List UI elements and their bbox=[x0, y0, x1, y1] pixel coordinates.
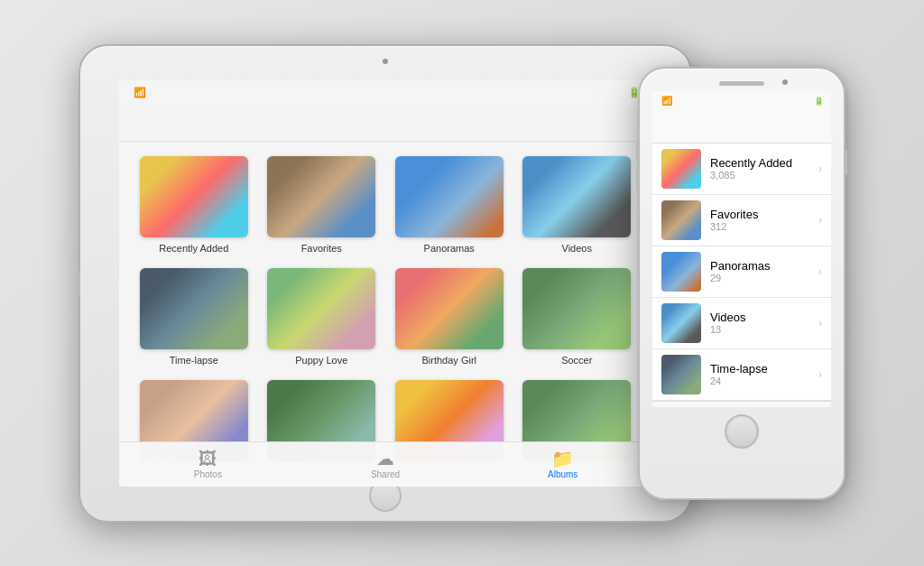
ipad-album-thumb-timelapse bbox=[140, 268, 248, 349]
ipad-body: 📶 🔋 Recently Added Favorites Panoramas V… bbox=[79, 44, 692, 523]
ipad-album-item-videos[interactable]: Videos bbox=[513, 156, 642, 268]
iphone-chevron-recently-added: › bbox=[818, 162, 822, 175]
iphone-album-list: Recently Added 3,085 › Favorites 312 › P… bbox=[652, 144, 831, 401]
ipad-status-bar: 📶 🔋 bbox=[119, 80, 651, 106]
ipad-album-label-videos: Videos bbox=[562, 243, 592, 254]
ipad-album-item-birthday[interactable]: Birthday Girl bbox=[385, 268, 513, 380]
ipad-album-thumb-puppylove bbox=[267, 268, 375, 349]
iphone-album-name-videos: Videos bbox=[710, 311, 818, 324]
ipad-album-thumb-panoramas bbox=[395, 156, 504, 237]
iphone-album-name-favorites: Favorites bbox=[710, 208, 818, 221]
iphone-wifi-icon: 📶 bbox=[661, 96, 672, 106]
ipad-album-item-recently-added[interactable]: Recently Added bbox=[130, 156, 258, 268]
ipad-tab-icon-photos: 🖼 bbox=[199, 450, 217, 468]
ipad-album-thumb-videos bbox=[522, 156, 631, 237]
iphone-album-row-favorites[interactable]: Favorites 312 › bbox=[652, 195, 831, 246]
ipad-tab-icon-albums: 📁 bbox=[551, 450, 574, 468]
iphone-device: 📶 🔋 Recently Add bbox=[638, 67, 845, 500]
iphone-album-info-timelapse: Time-lapse 24 bbox=[710, 362, 818, 386]
iphone-album-row-recently-added[interactable]: Recently Added 3,085 › bbox=[652, 144, 831, 195]
ipad-album-item-timelapse[interactable]: Time-lapse bbox=[130, 268, 258, 380]
ipad-tab-label-albums: Albums bbox=[548, 469, 578, 479]
iphone-album-count-panoramas: 29 bbox=[710, 273, 818, 283]
iphone-chevron-panoramas: › bbox=[818, 265, 822, 278]
ipad-albums-grid: Recently Added Favorites Panoramas Video… bbox=[119, 142, 651, 481]
iphone-battery-icon: 🔋 bbox=[814, 97, 824, 106]
iphone-power-button bbox=[845, 150, 847, 175]
iphone-status-bar: 📶 🔋 bbox=[652, 91, 831, 111]
ipad-album-item-panoramas[interactable]: Panoramas bbox=[385, 156, 513, 268]
ipad-album-label-recently-added: Recently Added bbox=[159, 243, 228, 254]
ipad-device: 📶 🔋 Recently Added Favorites Panoramas V… bbox=[79, 44, 692, 523]
ipad-nav-bar bbox=[119, 106, 651, 142]
ipad-tab-icon-shared: ☁ bbox=[376, 450, 394, 468]
ipad-album-label-soccer: Soccer bbox=[561, 355, 592, 366]
ipad-album-thumb-birthday bbox=[395, 268, 504, 349]
ipad-album-label-timelapse: Time-lapse bbox=[170, 355, 218, 366]
iphone-album-info-favorites: Favorites 312 bbox=[710, 208, 818, 232]
ipad-album-label-birthday: Birthday Girl bbox=[421, 355, 476, 366]
ipad-album-label-favorites: Favorites bbox=[301, 243, 342, 254]
iphone-album-name-recently-added: Recently Added bbox=[710, 156, 818, 170]
iphone-tab-bar: 🖼 Photos ☁ Shared 📁 Albums bbox=[652, 401, 831, 407]
ipad-screen: 📶 🔋 Recently Added Favorites Panoramas V… bbox=[119, 80, 651, 487]
ipad-album-item-soccer[interactable]: Soccer bbox=[513, 268, 642, 380]
ipad-album-label-puppylove: Puppy Love bbox=[295, 355, 347, 366]
ipad-album-thumb-soccer bbox=[522, 268, 631, 349]
iphone-status-right: 🔋 bbox=[811, 97, 824, 106]
iphone-chevron-timelapse: › bbox=[818, 368, 822, 381]
ipad-tab-label-photos: Photos bbox=[194, 469, 222, 479]
iphone-album-name-timelapse: Time-lapse bbox=[710, 362, 818, 376]
iphone-album-name-panoramas: Panoramas bbox=[710, 259, 818, 273]
iphone-chevron-favorites: › bbox=[818, 214, 822, 227]
ipad-tab-photos[interactable]: 🖼 Photos bbox=[119, 450, 297, 479]
iphone-screen: 📶 🔋 Recently Add bbox=[652, 91, 831, 407]
iphone-album-info-recently-added: Recently Added 3,085 bbox=[710, 156, 818, 181]
iphone-album-row-videos[interactable]: Videos 13 › bbox=[652, 298, 831, 349]
iphone-status-left: 📶 bbox=[660, 96, 672, 106]
ipad-album-item-favorites[interactable]: Favorites bbox=[258, 156, 386, 268]
iphone-home-button[interactable] bbox=[725, 414, 759, 449]
iphone-album-row-timelapse[interactable]: Time-lapse 24 › bbox=[652, 349, 831, 401]
ipad-camera bbox=[383, 59, 388, 64]
iphone-album-info-panoramas: Panoramas 29 bbox=[710, 259, 818, 283]
ipad-tab-shared[interactable]: ☁ Shared bbox=[297, 450, 475, 479]
iphone-nav-bar bbox=[652, 111, 831, 144]
ipad-album-item-puppylove[interactable]: Puppy Love bbox=[258, 268, 386, 380]
iphone-album-thumb-timelapse bbox=[661, 355, 701, 394]
iphone-body: 📶 🔋 Recently Add bbox=[638, 67, 845, 500]
iphone-album-count-recently-added: 3,085 bbox=[710, 170, 818, 181]
iphone-speaker bbox=[719, 81, 764, 86]
ipad-album-thumb-favorites bbox=[267, 156, 375, 237]
ipad-wifi-icon: 📶 bbox=[134, 87, 146, 98]
ipad-album-label-panoramas: Panoramas bbox=[424, 243, 475, 254]
iphone-album-thumb-favorites bbox=[661, 200, 701, 240]
iphone-vol-up bbox=[636, 141, 639, 161]
iphone-album-count-favorites: 312 bbox=[710, 221, 818, 232]
iphone-chevron-videos: › bbox=[818, 317, 822, 329]
ipad-tab-label-shared: Shared bbox=[371, 469, 400, 479]
iphone-album-thumb-recently-added bbox=[661, 149, 701, 189]
ipad-album-thumb-recently-added bbox=[140, 156, 248, 237]
iphone-album-thumb-panoramas bbox=[661, 252, 701, 292]
ipad-tab-bar: 🖼 Photos ☁ Shared 📁 Albums bbox=[119, 441, 651, 487]
iphone-camera bbox=[782, 79, 788, 85]
iphone-album-count-timelapse: 24 bbox=[710, 376, 818, 386]
iphone-album-info-videos: Videos 13 bbox=[710, 311, 818, 335]
ipad-status-left: 📶 bbox=[130, 87, 146, 98]
iphone-album-row-panoramas[interactable]: Panoramas 29 › bbox=[652, 246, 831, 298]
ipad-side-button bbox=[77, 270, 80, 297]
iphone-vol-down bbox=[636, 168, 639, 188]
iphone-album-thumb-videos bbox=[661, 303, 701, 343]
iphone-album-count-videos: 13 bbox=[710, 324, 818, 335]
ipad-tab-albums[interactable]: 📁 Albums bbox=[474, 450, 651, 479]
